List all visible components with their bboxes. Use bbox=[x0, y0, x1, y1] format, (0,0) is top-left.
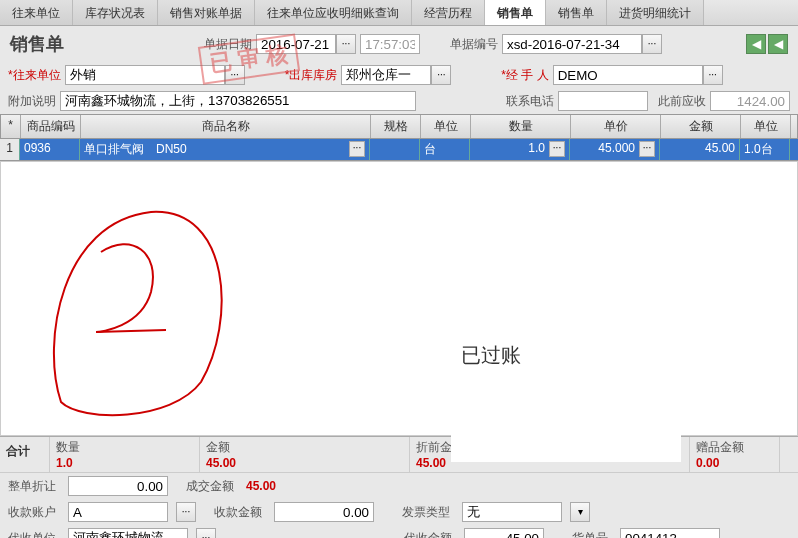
note-input[interactable] bbox=[60, 91, 416, 111]
doc-time-input[interactable] bbox=[360, 34, 420, 54]
col-amount[interactable]: 金额 bbox=[661, 115, 741, 138]
warehouse-input[interactable] bbox=[341, 65, 431, 85]
sum-label: 合计 bbox=[0, 437, 50, 472]
doc-no-lookup-button[interactable]: ··· bbox=[642, 34, 662, 54]
cell-unit2[interactable]: 1.0台 bbox=[740, 139, 790, 160]
col-unit2[interactable]: 单位 bbox=[741, 115, 791, 138]
prev-recv-label: 此前应收 bbox=[658, 93, 706, 110]
invoice-type-input[interactable] bbox=[462, 502, 562, 522]
vendor-lookup-button[interactable]: ··· bbox=[225, 65, 245, 85]
cell-idx: 1 bbox=[0, 139, 20, 160]
qty-lookup-button[interactable]: ··· bbox=[549, 141, 565, 157]
tab-bar: 往来单位库存状况表销售对账单据往来单位应收明细账查询经营历程销售单销售单进货明细… bbox=[0, 0, 798, 26]
form-row-2: 附加说明 联系电话 此前应收 bbox=[0, 88, 798, 114]
vendor-input[interactable] bbox=[65, 65, 225, 85]
foot-row-3: 代收单位 ··· 代收金额 货单号 bbox=[0, 525, 798, 538]
doc-date-input[interactable] bbox=[256, 34, 336, 54]
sum-qty: 1.0 bbox=[56, 456, 193, 470]
doc-no-input[interactable] bbox=[502, 34, 642, 54]
page-title: 销售单 bbox=[10, 32, 64, 56]
tab-3[interactable]: 往来单位应收明细账查询 bbox=[255, 0, 412, 25]
col-star[interactable]: * bbox=[1, 115, 21, 138]
tab-2[interactable]: 销售对账单据 bbox=[158, 0, 255, 25]
recv-amount-input[interactable] bbox=[274, 502, 374, 522]
agent-amount-input[interactable] bbox=[464, 528, 544, 538]
recv-account-lookup-button[interactable]: ··· bbox=[176, 502, 196, 522]
prev-record-button[interactable]: ◀ bbox=[746, 34, 766, 54]
tab-5[interactable]: 销售单 bbox=[485, 0, 546, 25]
col-unit[interactable]: 单位 bbox=[421, 115, 471, 138]
sum-gift: 0.00 bbox=[696, 456, 773, 470]
cell-spec[interactable] bbox=[370, 139, 420, 160]
warehouse-label: 出库库房 bbox=[285, 67, 338, 84]
foot-row-2: 收款账户 ··· 收款金额 发票类型 ▾ bbox=[0, 499, 798, 525]
tab-6[interactable]: 销售单 bbox=[546, 0, 607, 25]
cell-name[interactable]: 单口排气阀 DN50··· bbox=[80, 139, 370, 160]
posted-note: 已过账 bbox=[451, 332, 681, 462]
handler-label: 经 手 人 bbox=[501, 67, 548, 84]
vendor-label: 往来单位 bbox=[8, 67, 61, 84]
note-label: 附加说明 bbox=[8, 93, 56, 110]
foot-row-1: 整单折让 成交金额 45.00 bbox=[0, 473, 798, 499]
col-price[interactable]: 单价 bbox=[571, 115, 661, 138]
handler-lookup-button[interactable]: ··· bbox=[703, 65, 723, 85]
title-bar: 销售单 单据日期 ··· 单据编号 ··· ◀ ◀ bbox=[0, 26, 798, 62]
phone-label: 联系电话 bbox=[506, 93, 554, 110]
prev-recv-value bbox=[710, 91, 790, 111]
tab-7[interactable]: 进货明细统计 bbox=[607, 0, 704, 25]
svg-line-1 bbox=[96, 330, 166, 332]
handler-input[interactable] bbox=[553, 65, 703, 85]
doc-date-picker-button[interactable]: ··· bbox=[336, 34, 356, 54]
sum-amount: 45.00 bbox=[206, 456, 403, 470]
phone-input[interactable] bbox=[558, 91, 648, 111]
table-row[interactable]: 1 0936 单口排气阀 DN50··· 台 1.0··· 45.000··· … bbox=[0, 139, 798, 161]
cargo-no-input[interactable] bbox=[620, 528, 720, 538]
cell-price[interactable]: 45.000··· bbox=[570, 139, 660, 160]
tab-1[interactable]: 库存状况表 bbox=[73, 0, 158, 25]
name-lookup-button[interactable]: ··· bbox=[349, 141, 365, 157]
tab-0[interactable]: 往来单位 bbox=[0, 0, 73, 25]
agent-vendor-lookup-button[interactable]: ··· bbox=[196, 528, 216, 538]
col-name[interactable]: 商品名称 bbox=[81, 115, 371, 138]
tab-4[interactable]: 经营历程 bbox=[412, 0, 485, 25]
warehouse-lookup-button[interactable]: ··· bbox=[431, 65, 451, 85]
cell-code[interactable]: 0936 bbox=[20, 139, 80, 160]
deal-amount: 45.00 bbox=[246, 479, 276, 493]
discount-input[interactable] bbox=[68, 476, 168, 496]
doc-no-label: 单据编号 bbox=[450, 36, 498, 53]
cell-unit[interactable]: 台 bbox=[420, 139, 470, 160]
invoice-dropdown-button[interactable]: ▾ bbox=[570, 502, 590, 522]
col-code[interactable]: 商品编码 bbox=[21, 115, 81, 138]
next-record-button[interactable]: ◀ bbox=[768, 34, 788, 54]
doc-date-label: 单据日期 bbox=[204, 36, 252, 53]
cell-qty[interactable]: 1.0··· bbox=[470, 139, 570, 160]
grid-body[interactable]: 已过账 bbox=[0, 161, 798, 436]
agent-vendor-input[interactable] bbox=[68, 528, 188, 538]
recv-account-input[interactable] bbox=[68, 502, 168, 522]
cell-amount[interactable]: 45.00 bbox=[660, 139, 740, 160]
price-lookup-button[interactable]: ··· bbox=[639, 141, 655, 157]
col-spec[interactable]: 规格 bbox=[371, 115, 421, 138]
form-row-1: 往来单位 ··· 出库库房 ··· 经 手 人 ··· bbox=[0, 62, 798, 88]
col-qty[interactable]: 数量 bbox=[471, 115, 571, 138]
table-header: * 商品编码 商品名称 规格 单位 数量 单价 金额 单位 bbox=[0, 114, 798, 139]
